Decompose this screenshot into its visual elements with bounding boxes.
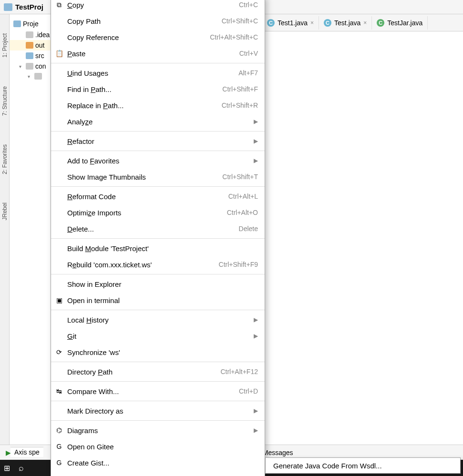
tab-testjar[interactable]: CTestJar.java xyxy=(372,16,428,30)
menu-item[interactable]: Rebuild 'com.xxx.ticket.ws'Ctrl+Shift+F9 xyxy=(51,256,265,273)
copy-icon: ⧉ xyxy=(55,1,63,9)
class-icon: C xyxy=(267,19,275,27)
shortcut-label: Ctrl+Alt+F12 xyxy=(220,368,258,375)
menu-item[interactable]: Reformat CodeCtrl+Alt+L xyxy=(51,188,265,204)
folder-icon xyxy=(26,52,33,59)
context-menu[interactable]: ⧉CopyCtrl+CCopy PathCtrl+Shift+CCopy Ref… xyxy=(51,0,265,476)
search-icon[interactable]: ⌕ xyxy=(19,463,24,473)
chevron-right-icon: ▶ xyxy=(254,333,258,339)
paste-icon: 📋 xyxy=(55,50,63,57)
side-tab-jrebel[interactable]: JRebel xyxy=(1,203,8,220)
tree-item[interactable]: .idea xyxy=(10,30,52,40)
tab-label: Test1.java xyxy=(278,19,308,27)
menu-item-label: Open in terminal xyxy=(67,296,258,304)
shortcut-label: Ctrl+V xyxy=(239,50,258,57)
menu-item-label: Show in Explorer xyxy=(67,280,258,288)
menu-item[interactable]: ◌Create Gist... xyxy=(51,471,265,476)
shortcut-label: Ctrl+D xyxy=(239,387,258,395)
chevron-right-icon: ▶ xyxy=(254,118,258,125)
menu-item[interactable]: Show in Explorer xyxy=(51,276,265,292)
folder-icon xyxy=(26,31,33,38)
project-tree[interactable]: Proje .ideaoutsrc▾con▾ xyxy=(10,14,52,460)
window-title: TestProj xyxy=(15,3,43,11)
menu-item[interactable]: Refactor▶ xyxy=(51,133,265,149)
menu-item[interactable]: ▣Open in terminal xyxy=(51,292,265,308)
menu-item-label: Add to Favorites xyxy=(67,157,250,165)
shortcut-label: Alt+F7 xyxy=(238,69,258,77)
axis-label: Axis spe xyxy=(10,447,43,457)
shortcut-label: Ctrl+Shift+C xyxy=(222,17,258,25)
menu-item-label: Copy xyxy=(67,1,239,9)
folder-icon xyxy=(34,73,42,80)
chevron-right-icon: ▶ xyxy=(254,407,258,414)
diagram-icon: ⌬ xyxy=(55,426,63,434)
menu-item[interactable]: Replace in Path...Ctrl+Shift+R xyxy=(51,97,265,113)
menu-item[interactable]: Find in Path...Ctrl+Shift+F xyxy=(51,81,265,97)
menu-item[interactable]: Local History▶ xyxy=(51,312,265,328)
menu-item-label: Analyze xyxy=(67,118,250,126)
menu-item[interactable]: ⧉CopyCtrl+C xyxy=(51,0,265,13)
close-icon[interactable]: × xyxy=(310,20,314,26)
chevron-right-icon: ▶ xyxy=(254,427,258,434)
class-icon: C xyxy=(377,19,384,27)
menu-item-label: Diagrams xyxy=(67,426,250,435)
menu-item[interactable]: Optimize ImportsCtrl+Alt+O xyxy=(51,204,265,221)
menu-item[interactable]: Mark Directory as▶ xyxy=(51,403,265,419)
close-icon[interactable]: × xyxy=(363,20,367,26)
folder-icon xyxy=(26,63,33,70)
shortcut-label: Ctrl+Alt+Shift+C xyxy=(210,33,258,41)
menu-item[interactable]: ⌬Diagrams▶ xyxy=(51,422,265,438)
menu-item[interactable]: Show Image ThumbnailsCtrl+Shift+T xyxy=(51,169,265,185)
menu-item-label: Open on Gitee xyxy=(67,443,258,451)
menu-item-label: Paste xyxy=(67,50,239,58)
chevron-right-icon: ▶ xyxy=(254,316,258,323)
shortcut-label: Ctrl+Alt+O xyxy=(227,209,258,216)
class-icon: C xyxy=(324,19,331,27)
windows-start-icon[interactable]: ⊞ xyxy=(4,464,10,473)
compare-icon: ↹ xyxy=(55,387,63,395)
menu-item[interactable]: Copy ReferenceCtrl+Alt+Shift+C xyxy=(51,29,265,45)
menu-item[interactable]: Build Module 'TestProject' xyxy=(51,240,265,256)
menu-item[interactable]: GCreate Gist... xyxy=(51,455,265,471)
menu-item[interactable]: Git▶ xyxy=(51,328,265,344)
folder-icon xyxy=(26,42,33,49)
shortcut-label: Ctrl+Alt+L xyxy=(228,192,258,200)
menu-item[interactable]: Add to Favorites▶ xyxy=(51,152,265,169)
menu-item[interactable]: ↹Compare With...Ctrl+D xyxy=(51,383,265,399)
webservices-submenu[interactable]: Generate Java Code From Wsdl... xyxy=(265,457,461,474)
side-tab-favorites[interactable]: 2: Favorites xyxy=(1,144,8,174)
tree-item[interactable]: out xyxy=(10,40,52,51)
menu-item-label: Mark Directory as xyxy=(67,407,250,415)
shortcut-label: Ctrl+Shift+T xyxy=(222,173,258,181)
shortcut-label: Ctrl+Shift+R xyxy=(222,101,258,109)
menu-item-label: Optimize Imports xyxy=(67,209,227,217)
project-panel-header[interactable]: Proje xyxy=(10,18,52,30)
menu-item[interactable]: 📋PasteCtrl+V xyxy=(51,45,265,61)
menu-item[interactable]: Copy PathCtrl+Shift+C xyxy=(51,13,265,29)
menu-item-label: Directory Path xyxy=(67,368,220,376)
tab-test[interactable]: CTest.java× xyxy=(319,16,372,30)
project-icon xyxy=(13,20,21,27)
menu-item[interactable]: Delete...Delete xyxy=(51,221,265,237)
shortcut-label: Ctrl+Shift+F xyxy=(222,85,258,93)
side-tab-structure[interactable]: 7: Structure xyxy=(1,86,8,116)
menu-item[interactable]: ⟳Synchronize 'ws' xyxy=(51,344,265,360)
tree-item[interactable]: src xyxy=(10,51,52,61)
menu-item-label: Copy Path xyxy=(67,17,222,25)
submenu-item-generate-wsdl[interactable]: Generate Java Code From Wsdl... xyxy=(273,462,382,470)
tree-item[interactable]: ▾con xyxy=(10,61,52,71)
menu-item-label: Compare With... xyxy=(67,387,239,395)
menu-item[interactable]: GOpen on Gitee xyxy=(51,438,265,455)
menu-item[interactable]: Directory PathCtrl+Alt+F12 xyxy=(51,364,265,380)
chevron-right-icon: ▶ xyxy=(254,157,258,164)
tree-item[interactable]: ▾ xyxy=(10,71,52,81)
menu-item[interactable]: Uind UsagesAlt+F7 xyxy=(51,65,265,81)
menu-item-label: Local History xyxy=(67,316,250,324)
tab-test1[interactable]: CTest1.java× xyxy=(262,16,319,30)
menu-item-label: Rebuild 'com.xxx.ticket.ws' xyxy=(67,261,219,269)
menu-item[interactable]: Analyze▶ xyxy=(51,113,265,130)
side-tab-project[interactable]: 1: Project xyxy=(1,33,8,58)
folder-icon xyxy=(4,3,12,11)
tab-label: Test.java xyxy=(334,19,360,27)
menu-item-label: Build Module 'TestProject' xyxy=(67,244,258,253)
